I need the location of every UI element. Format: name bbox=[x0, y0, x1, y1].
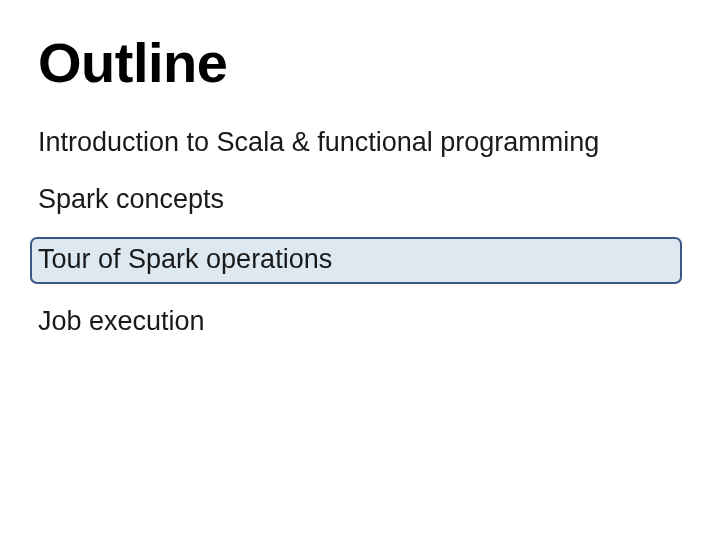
bullet-item: Job execution bbox=[38, 302, 690, 341]
slide: Outline Introduction to Scala & function… bbox=[0, 0, 720, 540]
bullet-item: Spark concepts bbox=[38, 180, 690, 219]
slide-title: Outline bbox=[38, 30, 690, 95]
bullet-item: Introduction to Scala & functional progr… bbox=[38, 123, 690, 162]
bullet-list: Introduction to Scala & functional progr… bbox=[38, 123, 690, 341]
bullet-item-highlighted: Tour of Spark operations bbox=[30, 237, 682, 284]
